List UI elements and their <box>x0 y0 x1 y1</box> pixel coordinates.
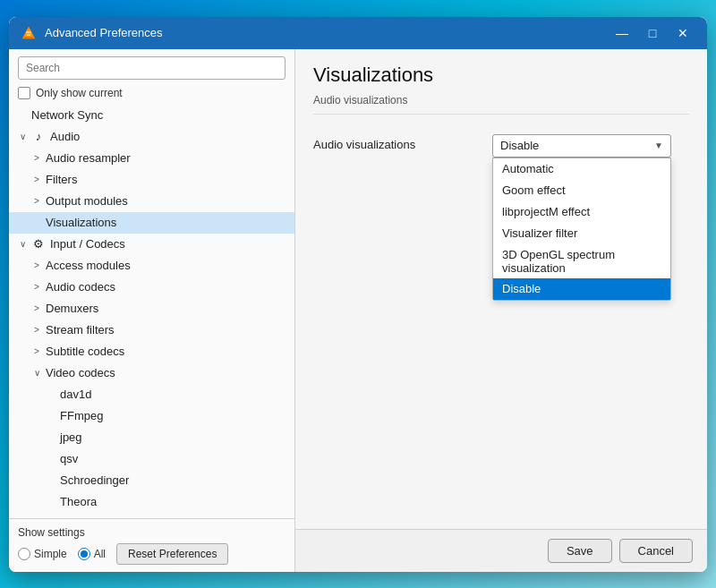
dropdown-option-automatic[interactable]: Automatic <box>493 158 670 180</box>
tree-label-audio-resampler: Audio resampler <box>46 151 131 165</box>
tree-label-jpeg: jpeg <box>60 430 82 444</box>
dropdown-current-value: Disable <box>500 139 539 152</box>
tree-label-stream-filters: Stream filters <box>46 323 115 337</box>
tree-item-subtitle-codecs[interactable]: Subtitle codecs <box>9 341 294 362</box>
svg-rect-1 <box>24 37 33 39</box>
tree-item-theora[interactable]: Theora <box>9 491 294 513</box>
tree-item-visualizations[interactable]: Visualizations <box>9 212 294 234</box>
tree-item-ffmpeg[interactable]: FFmpeg <box>9 405 294 427</box>
tree-label-input-codecs: Input / Codecs <box>50 237 125 251</box>
dropdown-option-visualizer[interactable]: Visualizer filter <box>493 223 670 244</box>
cancel-button[interactable]: Cancel <box>619 539 693 563</box>
chevron-subtitle-codecs <box>30 345 43 358</box>
main-window: Advanced Preferences — □ ✕ Only show cur… <box>9 17 707 572</box>
bottom-bar: Show settings Simple All Reset Preferenc… <box>9 518 294 572</box>
tree-label-output-modules: Output modules <box>46 194 128 208</box>
tree-label-network-sync: Network Sync <box>31 108 103 122</box>
only-current-checkbox[interactable] <box>18 87 30 99</box>
chevron-input-codecs <box>16 238 29 251</box>
chevron-access-modules <box>30 260 43 272</box>
minimize-button[interactable]: — <box>609 23 635 43</box>
audio-viz-dropdown[interactable]: Disable ▼ <box>492 134 671 158</box>
tree-item-output-modules[interactable]: Output modules <box>9 191 294 212</box>
tree-item-audio-resampler[interactable]: Audio resampler <box>9 148 294 169</box>
panel-subtitle: Audio visualizations <box>313 94 689 115</box>
tree-label-dav1d: dav1d <box>60 388 91 401</box>
dropdown-option-disable[interactable]: Disable <box>493 278 670 300</box>
tree-item-dav1d[interactable]: dav1d <box>9 384 294 405</box>
reset-preferences-button[interactable]: Reset Preferences <box>116 543 228 565</box>
tree-item-qsv[interactable]: qsv <box>9 448 294 470</box>
audio-viz-setting-row: Audio visualizations Disable ▼ Automatic… <box>313 134 689 158</box>
tree-item-access-modules[interactable]: Access modules <box>9 255 294 277</box>
tree-label-audio: Audio <box>50 130 80 143</box>
right-panel: Visualizations Audio visualizations Audi… <box>295 49 707 572</box>
audio-viz-label: Audio visualizations <box>313 134 492 151</box>
tree-item-network-sync[interactable]: Network Sync <box>9 105 294 126</box>
tree-item-audio-codecs[interactable]: Audio codecs <box>9 277 294 298</box>
tree-item-stream-filters[interactable]: Stream filters <box>9 320 294 341</box>
footer: Save Cancel <box>295 529 707 572</box>
tree-item-jpeg[interactable]: jpeg <box>9 427 294 448</box>
left-panel: Only show current Network Sync ♪ Audio A… <box>9 49 295 572</box>
titlebar-title: Advanced Preferences <box>45 26 609 39</box>
tree-area: Network Sync ♪ Audio Audio resampler Fil… <box>9 105 294 518</box>
tree-label-filters: Filters <box>46 173 77 186</box>
radio-all[interactable]: All <box>78 548 106 560</box>
tree-label-access-modules: Access modules <box>46 259 131 272</box>
tree-item-audio[interactable]: ♪ Audio <box>9 126 294 148</box>
show-settings-label: Show settings <box>18 526 286 539</box>
tree-label-demuxers: Demuxers <box>46 302 98 315</box>
panel-title: Visualizations <box>313 64 689 87</box>
content-area: Only show current Network Sync ♪ Audio A… <box>9 49 707 572</box>
radio-row: Simple All Reset Preferences <box>18 543 286 565</box>
tree-label-audio-codecs: Audio codecs <box>46 280 115 294</box>
chevron-audio-codecs <box>30 281 43 294</box>
tree-label-schroedinger: Schroedinger <box>60 473 129 487</box>
audio-icon: ♪ <box>31 130 46 144</box>
search-input[interactable] <box>18 56 286 80</box>
search-box <box>9 49 294 83</box>
chevron-demuxers <box>30 303 43 315</box>
dropdown-arrow-icon: ▼ <box>654 141 663 150</box>
save-button[interactable]: Save <box>548 539 612 563</box>
radio-all-outer[interactable] <box>78 548 90 560</box>
chevron-audio-resampler <box>30 152 43 165</box>
radio-simple-outer[interactable] <box>18 548 30 560</box>
tree-item-demuxers[interactable]: Demuxers <box>9 298 294 320</box>
maximize-button[interactable]: □ <box>639 23 666 43</box>
tree-item-filters[interactable]: Filters <box>9 169 294 191</box>
input-codecs-icon: ⚙ <box>31 237 46 251</box>
audio-viz-control: Disable ▼ Automatic Goom effect libproje… <box>492 134 689 158</box>
chevron-output-modules <box>30 195 43 208</box>
chevron-video-codecs <box>30 367 43 379</box>
chevron-audio <box>16 131 29 143</box>
titlebar: Advanced Preferences — □ ✕ <box>9 17 707 49</box>
tree-item-video-codecs[interactable]: Video codecs <box>9 362 294 384</box>
chevron-stream-filters <box>30 324 43 337</box>
panel-header: Visualizations Audio visualizations <box>295 49 707 120</box>
tree-label-visualizations: Visualizations <box>46 216 116 229</box>
radio-all-inner <box>81 550 88 558</box>
tree-label-qsv: qsv <box>60 452 78 465</box>
only-current-label: Only show current <box>36 87 123 99</box>
panel-body: Audio visualizations Disable ▼ Automatic… <box>295 120 707 529</box>
chevron-filters <box>30 174 43 186</box>
dropdown-list: Automatic Goom effect libprojectM effect… <box>492 158 671 301</box>
tree-label-video-codecs: Video codecs <box>46 366 115 379</box>
vlc-icon <box>20 24 38 42</box>
radio-all-label: All <box>94 548 106 560</box>
dropdown-option-libprojectm[interactable]: libprojectM effect <box>493 201 670 223</box>
radio-simple[interactable]: Simple <box>18 548 67 560</box>
tree-label-subtitle-codecs: Subtitle codecs <box>46 345 124 358</box>
tree-label-ffmpeg: FFmpeg <box>60 409 103 422</box>
dropdown-option-3d-opengl[interactable]: 3D OpenGL spectrum visualization <box>493 244 670 278</box>
dropdown-option-goom[interactable]: Goom effect <box>493 180 670 201</box>
tree-label-theora: Theora <box>60 495 97 508</box>
titlebar-controls: — □ ✕ <box>609 23 696 43</box>
tree-item-schroedinger[interactable]: Schroedinger <box>9 470 294 491</box>
radio-simple-label: Simple <box>34 548 67 560</box>
only-current-row: Only show current <box>9 83 294 105</box>
tree-item-input-codecs[interactable]: ⚙ Input / Codecs <box>9 234 294 255</box>
close-button[interactable]: ✕ <box>669 23 696 43</box>
